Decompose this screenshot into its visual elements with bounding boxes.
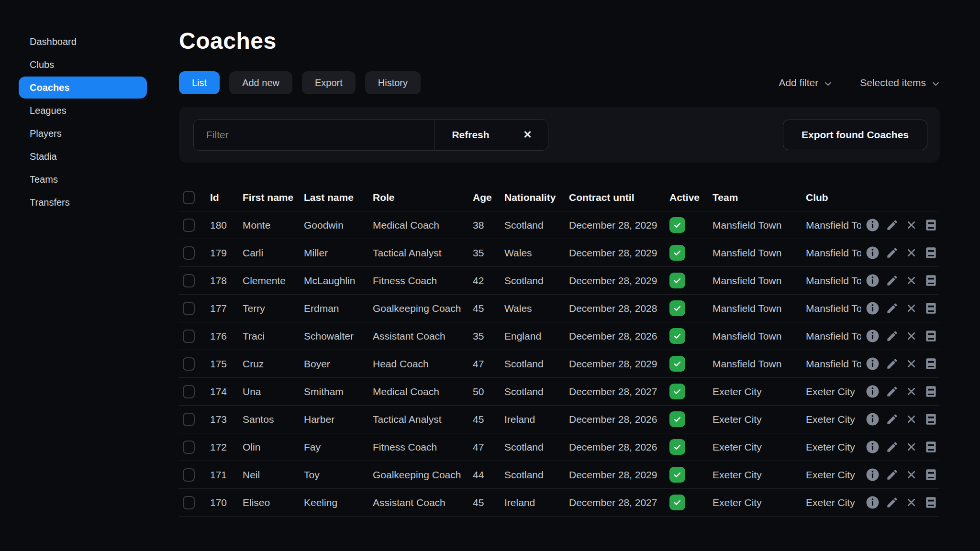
edit-icon[interactable]	[884, 245, 900, 261]
active-check-badge	[669, 273, 685, 288]
cell-last-name: Smitham	[304, 386, 373, 397]
edit-icon[interactable]	[884, 356, 900, 372]
row-checkbox[interactable]	[183, 330, 195, 343]
edit-icon[interactable]	[884, 384, 900, 400]
tab-history[interactable]: History	[365, 71, 421, 94]
delete-icon[interactable]	[904, 328, 920, 344]
sidebar-item-players[interactable]: Players	[19, 122, 147, 144]
tab-bar: ListAdd newExportHistory Add filter Sele…	[179, 71, 940, 94]
sidebar-item-coaches[interactable]: Coaches	[19, 77, 147, 99]
log-icon[interactable]	[923, 495, 939, 511]
delete-icon[interactable]	[904, 411, 920, 428]
delete-icon[interactable]	[904, 356, 920, 372]
edit-icon[interactable]	[884, 495, 900, 511]
cell-club: Exeter City	[806, 386, 861, 397]
row-actions	[861, 384, 939, 400]
row-checkbox[interactable]	[183, 302, 195, 315]
filter-input-group: Refresh ✕	[193, 119, 548, 151]
cell-team: Exeter City	[713, 386, 806, 397]
tab-export[interactable]: Export	[302, 71, 356, 94]
log-icon[interactable]	[923, 300, 939, 317]
cell-contract-until: December 28, 2026	[569, 441, 669, 453]
cell-team: Exeter City	[713, 414, 806, 425]
row-checkbox[interactable]	[183, 441, 195, 454]
delete-icon[interactable]	[904, 439, 920, 455]
sidebar-item-clubs[interactable]: Clubs	[19, 54, 147, 76]
info-icon[interactable]	[865, 495, 880, 511]
log-icon[interactable]	[923, 273, 939, 289]
cell-role: Tactical Analyst	[373, 414, 473, 425]
edit-icon[interactable]	[884, 300, 900, 317]
row-checkbox[interactable]	[183, 496, 195, 509]
row-checkbox[interactable]	[183, 468, 195, 482]
info-icon[interactable]	[865, 411, 880, 428]
sidebar-item-teams[interactable]: Teams	[19, 168, 147, 190]
cell-contract-until: December 28, 2029	[569, 469, 669, 481]
info-icon[interactable]	[865, 300, 880, 317]
cell-contract-until: December 28, 2028	[569, 303, 669, 314]
cell-active	[669, 273, 713, 288]
edit-icon[interactable]	[884, 411, 900, 428]
row-checkbox[interactable]	[183, 274, 195, 287]
app-window: DashboardClubsCoachesLeaguesPlayersStadi…	[0, 0, 980, 551]
sidebar-item-leagues[interactable]: Leagues	[19, 99, 147, 121]
clear-filter-button[interactable]: ✕	[507, 120, 548, 150]
cell-team: Exeter City	[713, 497, 806, 508]
log-icon[interactable]	[923, 245, 939, 261]
active-check-badge	[669, 384, 685, 399]
info-icon[interactable]	[865, 467, 880, 483]
edit-icon[interactable]	[884, 217, 900, 233]
cell-actions	[861, 245, 939, 261]
log-icon[interactable]	[923, 411, 939, 428]
cell-last-name: Keeling	[304, 497, 373, 508]
delete-icon[interactable]	[904, 217, 920, 233]
log-icon[interactable]	[923, 467, 939, 483]
info-icon[interactable]	[865, 439, 880, 455]
log-icon[interactable]	[923, 384, 939, 400]
column-header-contract-until: Contract until	[569, 192, 669, 203]
log-icon[interactable]	[923, 439, 939, 455]
log-icon[interactable]	[923, 328, 939, 344]
row-checkbox[interactable]	[183, 357, 195, 371]
filter-input[interactable]	[194, 120, 434, 150]
header-checkbox-cell	[179, 191, 210, 204]
sidebar-item-transfers[interactable]: Transfers	[19, 191, 147, 213]
active-check-badge	[669, 356, 685, 372]
info-icon[interactable]	[865, 273, 880, 289]
log-icon[interactable]	[923, 217, 939, 233]
cell-first-name: Eliseo	[243, 497, 304, 508]
cell-club: Mansfield Town	[806, 331, 861, 342]
cell-first-name: Cruz	[243, 358, 304, 370]
refresh-button[interactable]: Refresh	[434, 120, 507, 150]
info-icon[interactable]	[865, 384, 880, 400]
edit-icon[interactable]	[884, 467, 900, 483]
row-checkbox[interactable]	[183, 385, 195, 398]
add-filter-dropdown[interactable]: Add filter	[779, 77, 832, 88]
cell-id: 180	[210, 220, 243, 231]
edit-icon[interactable]	[884, 328, 900, 344]
export-found-coaches-button[interactable]: Export found Coaches	[783, 120, 927, 150]
delete-icon[interactable]	[904, 495, 920, 511]
tab-add-new[interactable]: Add new	[229, 71, 292, 94]
selected-items-dropdown[interactable]: Selected items	[860, 77, 940, 88]
row-checkbox[interactable]	[183, 246, 195, 260]
log-icon[interactable]	[923, 356, 939, 372]
info-icon[interactable]	[865, 328, 880, 344]
delete-icon[interactable]	[904, 300, 920, 317]
delete-icon[interactable]	[904, 384, 920, 400]
info-icon[interactable]	[865, 245, 880, 261]
info-icon[interactable]	[865, 217, 880, 233]
delete-icon[interactable]	[904, 245, 920, 261]
sidebar-item-stadia[interactable]: Stadia	[19, 145, 147, 167]
info-icon[interactable]	[865, 356, 880, 372]
cell-nationality: Scotland	[504, 220, 569, 231]
delete-icon[interactable]	[904, 467, 920, 483]
select-all-checkbox[interactable]	[183, 191, 195, 204]
tab-list[interactable]: List	[179, 71, 220, 94]
row-checkbox[interactable]	[183, 219, 195, 232]
delete-icon[interactable]	[904, 273, 920, 289]
sidebar-item-dashboard[interactable]: Dashboard	[19, 31, 147, 53]
edit-icon[interactable]	[884, 273, 900, 289]
edit-icon[interactable]	[884, 439, 900, 455]
row-checkbox[interactable]	[183, 413, 195, 426]
